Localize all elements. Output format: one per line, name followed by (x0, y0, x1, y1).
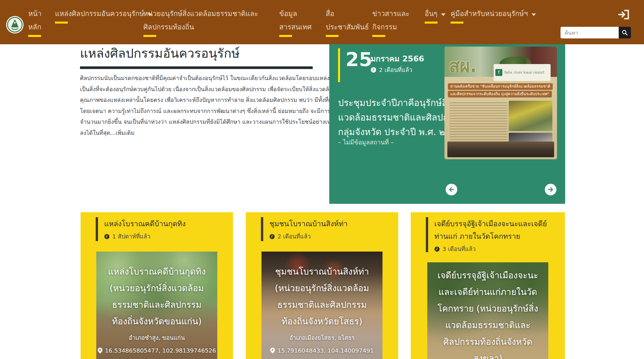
nav-item-conservation-units[interactable]: หน่วยอนุรักษ์สิ่งแวดล้อมธรรมชาติและศิลปก… (143, 7, 280, 37)
active-underline (326, 35, 339, 37)
photo-caption-line: เจดีย์บรรจุอัฐิเจ้าเมืองจะนะ (427, 267, 548, 284)
active-underline (451, 22, 463, 24)
active-underline (28, 35, 41, 37)
poster-headline: และศิลปกรรมจากระดับท้องถิ่น มุ่งสู่ความย… (448, 91, 552, 97)
photo-caption-line: โคกทราย (หน่วยอนุรักษ์สิ่ง (427, 300, 548, 317)
chevron-down-icon (441, 13, 446, 16)
active-underline (425, 22, 437, 24)
card-age: 1 สัปดาห์ที่แล้ว (104, 232, 233, 241)
clock-icon (434, 246, 440, 252)
accent-bar (338, 48, 340, 82)
site-photo: ชุมชนโบราณบ้านสิงห์ท่า (หน่วยอนุรักษ์สิ่… (261, 252, 383, 359)
site-card-khok-sai[interactable]: เจดีย์บรรจุอัฐิเจ้าเมืองจะนะและเจดีย์ท่า… (411, 212, 565, 359)
pin-icon (270, 348, 275, 353)
photo-caption-line: และเจดีย์ท่านแก่ภายในวัด (427, 284, 548, 300)
card-accent-bar (261, 217, 263, 241)
photo-caption-line: (หน่วยอนุรักษ์สิ่งแวดล้อม (261, 280, 383, 296)
page-title: แหล่งศิลปกรรมอันควรอนุรักษ์ (80, 43, 240, 63)
photo-caption-line: ท้องถิ่นจังหวัดขอนแก่น) (96, 313, 217, 330)
top-navbar: หน้าหลัก แหล่งศิลปกรรมอันควรอนุรักษ์ หน่… (0, 0, 644, 44)
nav-item-home[interactable]: หน้าหลัก (28, 7, 50, 37)
active-underline (143, 35, 156, 37)
active-underline (372, 35, 385, 37)
clock-icon (104, 234, 110, 239)
login-icon (618, 9, 631, 20)
event-month-year: มกราคม 2566 (371, 52, 424, 65)
paragraph-line: โดยเจตนา ความรู้เท่าไม่ถึงการณ์ และผลกระ… (80, 106, 324, 117)
paragraph-line: จำนวนมากยิ่งขึ้น จนเป็นที่น่าห่วงว่า แหล… (80, 116, 324, 128)
photo-caption-line: ธรรมชาติและศิลปกรรม (96, 296, 217, 313)
card-title: เจดีย์บรรจุอัฐิเจ้าเมืองจะนะและเจดีย์ท่า… (434, 217, 553, 243)
poster-body-text (450, 102, 507, 140)
read-more-link[interactable]: เพิ่มเติม (116, 130, 135, 136)
login-button[interactable] (618, 9, 631, 20)
site-photo: แหล่งโบราณคดีบ้านกุดทิง (หน่วยอนุรักษ์สิ… (96, 252, 217, 359)
pin-icon (98, 348, 102, 353)
clock-icon (269, 234, 275, 239)
poster-group-photo (447, 142, 554, 157)
poster-org-name: สผ. (449, 57, 477, 75)
card-title: ชุมชนโบราณบ้านสิงห์ท่า (269, 217, 387, 230)
nav-item-art-sources[interactable]: แหล่งศิลปกรรมอันควรอนุรักษ์ (55, 7, 152, 24)
poster-venue-sign: f felix river kwai resort (494, 64, 551, 81)
paragraph-line: คุณภาพของแหล่งเหล่านั้นโดยตรง เพื่อวิเคร… (80, 95, 324, 106)
search-button[interactable] (619, 27, 631, 38)
search-icon (622, 29, 628, 36)
photo-caption-line: ชุมชนโบราณบ้านสิงห์ท่า (261, 263, 383, 280)
card-accent-bar (96, 217, 98, 241)
site-photo: เจดีย์บรรจุอัฐิเจ้าเมืองจะนะ และเจดีย์ท่… (427, 262, 548, 359)
paragraph-line: เป็นสิ่งที่จะต้องอนุรักษ์ควบคู่กันไปด้วย… (80, 84, 324, 95)
carousel-prev-button[interactable] (446, 184, 457, 195)
intro-paragraph: ศิลปกรรมนับเป็นมรดกของชาติที่มีคุณค่าจำเ… (80, 73, 324, 138)
site-coordinates: 16.534865805477, 102.98139746526 (96, 347, 217, 354)
search-box (561, 27, 631, 38)
site-card-kut-thing[interactable]: แหล่งโบราณคดีบ้านกุดทิง 1 สัปดาห์ที่แล้ว… (81, 212, 233, 359)
clock-icon (371, 67, 376, 73)
title-divider (80, 66, 313, 69)
poster-headline: สานพลังเครือข่าย "ขับเคลื่อนการอนุรักษ์ส… (448, 83, 553, 90)
photo-caption-line: ธรรมชาติและศิลปกรรม (261, 296, 383, 313)
photo-caption-line: สงขลา) (427, 350, 548, 359)
logo-emblem-icon (6, 16, 24, 34)
photo-caption-line: แวดล้อมธรรมชาติและ (427, 317, 548, 333)
event-poster-image[interactable]: f felix river kwai resort สผ. สานพลังเคร… (444, 47, 557, 159)
site-district: อำเภอเมืองยโสธร, ยโสธร (261, 333, 383, 342)
site-coordinates: 15.7916048433, 104.140097491 (261, 347, 383, 354)
search-input[interactable] (561, 27, 619, 38)
news-carousel: 25 มกราคม 2566 2 เดือนที่แล้ว ประชุมประจ… (329, 44, 565, 204)
page: หน้าหลัก แหล่งศิลปกรรมอันควรอนุรักษ์ หน่… (0, 0, 644, 359)
active-underline (279, 35, 292, 37)
arrow-right-icon (547, 186, 554, 193)
carousel-next-button[interactable] (545, 184, 556, 195)
photo-caption-line: แหล่งโบราณคดีบ้านกุดทิง (96, 263, 217, 280)
nav-item-information[interactable]: ข้อมูลสารสนเทศ (279, 7, 320, 37)
site-district: อำเภอซำสูง, ขอนแก่น (96, 333, 217, 342)
event-location: – ไม่มีข้อมูลสถานที่ – (338, 137, 394, 147)
nav-item-others[interactable]: อื่นๆ (425, 7, 446, 24)
photo-caption-line: (หน่วยอนุรักษ์สิ่งแวดล้อม (96, 280, 217, 296)
chevron-down-icon (531, 13, 536, 16)
nav-item-news-activities[interactable]: ข่าวสารและกิจกรรม (372, 7, 416, 37)
nav-item-media[interactable]: สื่อประชาสัมพันธ์ (326, 7, 375, 37)
event-age: 2 เดือนที่แล้ว (371, 65, 412, 75)
photo-caption-line: ท้องถิ่นจังหวัดยโสธร) (261, 313, 383, 330)
card-age: 3 เดือนที่แล้ว (434, 244, 565, 254)
card-accent-bar (426, 217, 428, 252)
poster-photo-podium (509, 101, 552, 131)
site-logo[interactable] (6, 16, 24, 34)
venue-logo-icon: f (495, 69, 502, 76)
active-underline (55, 22, 68, 24)
card-title: แหล่งโบราณคดีบ้านกุดทิง (104, 217, 221, 230)
photo-caption-line: ศิลปกรรมท้องถิ่นจังหวัด (427, 333, 548, 350)
site-card-sing-tha[interactable]: ชุมชนโบราณบ้านสิงห์ท่า 2 เดือนที่แล้ว ชุ… (246, 212, 398, 359)
card-age: 2 เดือนที่แล้ว (269, 232, 398, 241)
event-day: 25 (346, 47, 372, 73)
paragraph-line: ศิลปกรรมนับเป็นมรดกของชาติที่มีคุณค่าจำเ… (80, 73, 324, 84)
arrow-left-icon (448, 186, 455, 193)
paragraph-line: ลงได้ในที่สุด...เพิ่มเติม (80, 128, 324, 139)
nav-item-manual[interactable]: คู่มือสำหรับหน่วยอนุรักษ์ฯ (451, 7, 536, 24)
